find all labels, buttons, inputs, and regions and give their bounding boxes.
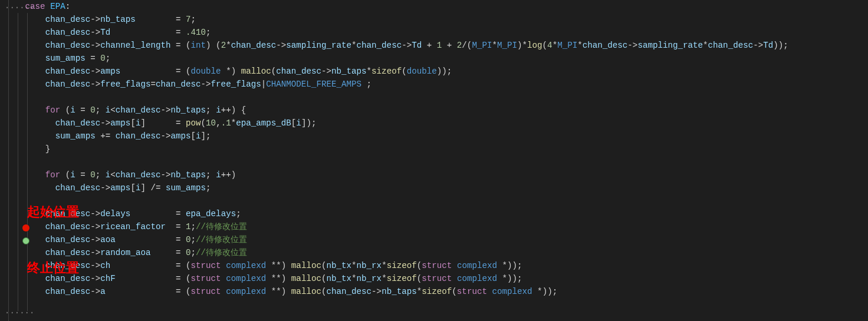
code-text-area[interactable]: case EPA: chan_desc->nb_taps = 7; chan_d… [0,0,788,298]
code-line[interactable]: chan_desc->chF = (struct complexd **) ma… [0,272,788,285]
code-line[interactable]: chan_desc->amps[i] /= sum_amps; [0,181,788,194]
code-line[interactable] [0,91,788,104]
code-line[interactable]: for (i = 0; i<chan_desc->nb_taps; i++) [0,168,788,181]
code-line[interactable] [0,155,788,168]
code-line[interactable]: chan_desc->free_flags=chan_desc->free_fl… [0,78,788,91]
code-line[interactable] [0,194,788,207]
code-line[interactable]: case EPA: [0,0,788,13]
code-line[interactable]: chan_desc->ch = (struct complexd **) mal… [0,259,788,272]
code-line[interactable]: chan_desc->delays = epa_delays; [0,207,788,220]
code-line[interactable]: chan_desc->amps[i] = pow(10,.1*epa_amps_… [0,117,788,130]
gutter-fold-ellipsis: ······ [5,306,34,319]
code-line[interactable]: chan_desc->aoa = 0;//待修改位置 [0,233,788,246]
code-line[interactable]: chan_desc->nb_taps = 7; [0,13,788,26]
code-line[interactable]: chan_desc->ricean_factor = 1;//待修改位置 [0,220,788,233]
code-line[interactable]: chan_desc->a = (struct complexd **) mall… [0,285,788,298]
code-line[interactable]: sum_amps = 0; [0,52,788,65]
code-line[interactable]: chan_desc->channel_length = (int) (2*cha… [0,39,788,52]
code-line[interactable]: chan_desc->amps = (double *) malloc(chan… [0,65,788,78]
code-line[interactable]: sum_amps += chan_desc->amps[i]; [0,130,788,143]
code-editor[interactable]: ······ ······ case EPA: chan_desc->nb_ta… [0,0,868,118]
code-line[interactable]: } [0,143,788,155]
code-line[interactable]: for (i = 0; i<chan_desc->nb_taps; i++) { [0,104,788,117]
code-line[interactable]: chan_desc->Td = .410; [0,26,788,39]
code-line[interactable]: chan_desc->random_aoa = 0;//待修改位置 [0,246,788,259]
